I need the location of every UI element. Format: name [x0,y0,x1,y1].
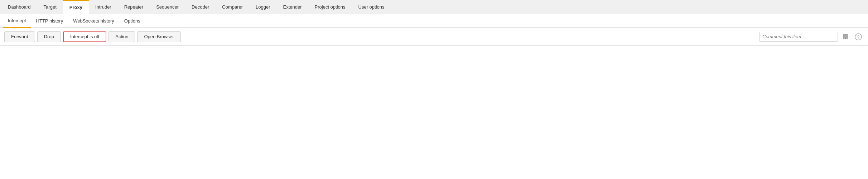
top-nav: DashboardTargetProxyIntruderRepeaterSequ… [0,0,868,14]
svg-text:?: ? [857,34,859,40]
top-nav-item-decoder[interactable]: Decoder [185,0,216,14]
top-nav-item-sequencer[interactable]: Sequencer [150,0,185,14]
top-nav-item-user-options[interactable]: User options [352,0,391,14]
toolbar: Forward Drop Intercept is off Action Ope… [0,28,868,46]
intercept-toggle-button[interactable]: Intercept is off [63,31,106,42]
drop-button[interactable]: Drop [37,31,61,42]
main-content [0,46,868,179]
top-nav-item-target[interactable]: Target [37,0,63,14]
sub-nav-item-http-history[interactable]: HTTP history [31,14,68,28]
open-browser-button[interactable]: Open Browser [137,31,180,42]
top-nav-item-comparer[interactable]: Comparer [216,0,249,14]
top-nav-item-logger[interactable]: Logger [249,0,276,14]
sub-nav-item-options[interactable]: Options [119,14,145,28]
top-nav-item-proxy[interactable]: Proxy [63,0,89,14]
top-nav-item-extender[interactable]: Extender [277,0,308,14]
top-nav-item-intruder[interactable]: Intruder [89,0,118,14]
sub-nav-item-websockets-history[interactable]: WebSockets history [68,14,119,28]
action-button[interactable]: Action [108,31,135,42]
comment-input[interactable] [759,32,838,42]
forward-button[interactable]: Forward [4,31,35,42]
sub-nav: InterceptHTTP historyWebSockets historyO… [0,14,868,28]
bookmark-icon[interactable] [840,31,851,42]
top-nav-item-repeater[interactable]: Repeater [118,0,150,14]
top-nav-item-project-options[interactable]: Project options [308,0,352,14]
top-nav-item-dashboard[interactable]: Dashboard [1,0,37,14]
help-icon[interactable]: ? [853,31,864,42]
svg-marker-1 [844,38,847,39]
sub-nav-item-intercept[interactable]: Intercept [3,14,31,28]
